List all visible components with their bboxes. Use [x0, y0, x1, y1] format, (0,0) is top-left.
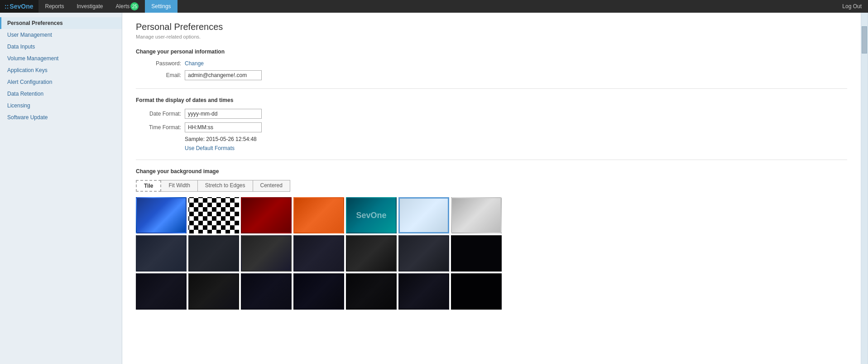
- bg-option-13[interactable]: [398, 235, 449, 272]
- bg-option-12[interactable]: [346, 235, 397, 272]
- top-navigation: :: SevOne Reports Investigate Alerts 25 …: [0, 0, 868, 13]
- bg-option-20[interactable]: [398, 273, 449, 310]
- sidebar-item-volume-management[interactable]: Volume Management: [0, 53, 122, 64]
- nav-reports[interactable]: Reports: [38, 0, 70, 13]
- time-format-input[interactable]: [185, 122, 262, 132]
- bg-option-21[interactable]: [451, 273, 502, 310]
- bg-option-16[interactable]: [188, 273, 239, 310]
- bg-option-8[interactable]: [136, 235, 187, 272]
- section1-title: Change your personal information: [136, 49, 847, 55]
- bg-option-1[interactable]: [136, 197, 187, 233]
- time-format-row: Time Format:: [136, 122, 847, 132]
- sidebar-item-personal-preferences[interactable]: Personal Preferences: [0, 17, 122, 29]
- logo-icon: ::: [5, 3, 9, 10]
- sample-text: Sample: 2015-05-26 12:54:48: [185, 136, 847, 142]
- content-area: Personal Preferences Manage user-related…: [122, 13, 861, 364]
- tab-stretch-to-edges[interactable]: Stretch to Edges: [198, 180, 253, 192]
- scrollbar-area: [861, 13, 868, 364]
- section3-title: Change your background image: [136, 168, 847, 175]
- nav-settings[interactable]: Settings: [145, 0, 177, 13]
- scrollbar-track[interactable]: [861, 13, 868, 364]
- sidebar-item-data-retention[interactable]: Data Retention: [0, 88, 122, 100]
- background-images-row2: [136, 235, 847, 272]
- bg-option-2[interactable]: [188, 197, 239, 233]
- bg-option-17[interactable]: [241, 273, 292, 310]
- bg-option-11[interactable]: [293, 235, 344, 272]
- main-layout: Personal Preferences User Management Dat…: [0, 13, 868, 364]
- bg-option-9[interactable]: [188, 235, 239, 272]
- email-label: Email:: [136, 72, 181, 78]
- bg-option-15[interactable]: [136, 273, 187, 310]
- nav-investigate[interactable]: Investigate: [71, 0, 110, 13]
- bg-option-19[interactable]: [346, 273, 397, 310]
- bg-option-7[interactable]: [451, 197, 502, 233]
- tab-fit-width[interactable]: Fit Width: [161, 180, 197, 192]
- sidebar-item-alert-configuration[interactable]: Alert Configuration: [0, 76, 122, 88]
- page-subtitle: Manage user-related options.: [136, 34, 847, 39]
- sidebar-item-software-update[interactable]: Software Update: [0, 112, 122, 123]
- sidebar: Personal Preferences User Management Dat…: [0, 13, 122, 364]
- sidebar-item-user-management[interactable]: User Management: [0, 29, 122, 41]
- sidebar-item-licensing[interactable]: Licensing: [0, 100, 122, 112]
- bg-option-5[interactable]: [346, 197, 397, 233]
- bg-option-4[interactable]: [293, 197, 344, 233]
- alerts-badge: 25: [130, 2, 139, 10]
- divider-2: [136, 160, 847, 160]
- tab-centered[interactable]: Centered: [253, 180, 290, 192]
- logo: :: SevOne: [0, 0, 38, 13]
- bg-option-10[interactable]: [241, 235, 292, 272]
- use-default-formats-link[interactable]: Use Default Formats: [185, 145, 235, 151]
- date-format-input[interactable]: [185, 109, 262, 119]
- background-tabs: Tile Fit Width Stretch to Edges Centered: [136, 180, 847, 192]
- date-format-row: Date Format:: [136, 109, 847, 119]
- email-row: Email:: [136, 70, 847, 80]
- email-input[interactable]: [185, 70, 262, 80]
- bg-option-14[interactable]: [451, 235, 502, 272]
- password-label: Password:: [136, 60, 181, 67]
- bg-option-3[interactable]: [241, 197, 292, 233]
- background-images-row3: [136, 273, 847, 310]
- background-images-row1: [136, 197, 847, 233]
- page-title: Personal Preferences: [136, 22, 847, 32]
- time-format-label: Time Format:: [136, 124, 181, 131]
- section2-title: Format the display of dates and times: [136, 97, 847, 103]
- sidebar-item-application-keys[interactable]: Application Keys: [0, 64, 122, 76]
- nav-alerts[interactable]: Alerts 25: [110, 0, 145, 13]
- logout-button[interactable]: Log Out: [836, 3, 868, 10]
- scrollbar-thumb[interactable]: [862, 26, 867, 53]
- tab-tile[interactable]: Tile: [136, 180, 161, 192]
- bg-option-18[interactable]: [293, 273, 344, 310]
- date-format-label: Date Format:: [136, 111, 181, 117]
- password-row: Password: Change: [136, 60, 847, 67]
- sidebar-item-data-inputs[interactable]: Data Inputs: [0, 41, 122, 53]
- divider-1: [136, 88, 847, 89]
- change-password-link[interactable]: Change: [185, 60, 204, 67]
- bg-option-6[interactable]: [398, 197, 449, 233]
- logo-text: SevOne: [10, 3, 33, 10]
